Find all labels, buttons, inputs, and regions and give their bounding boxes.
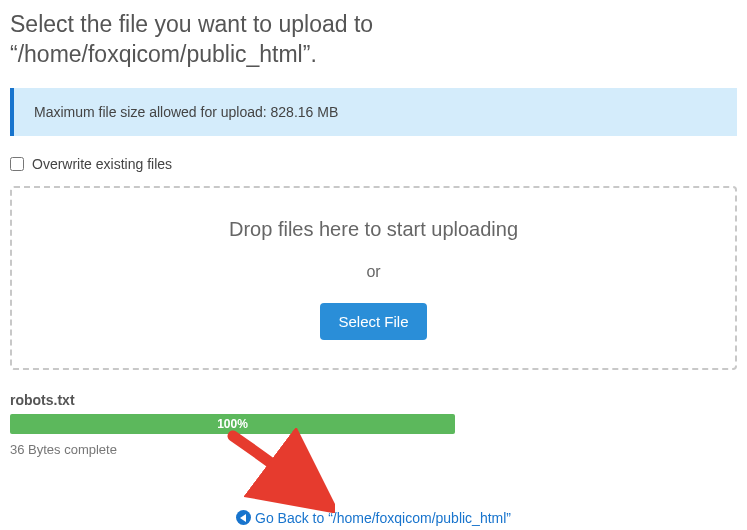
title-line-2: “/home/foxqicom/public_html”. xyxy=(10,41,317,67)
dropzone[interactable]: Drop files here to start uploading or Se… xyxy=(10,186,737,370)
arrow-left-circle-icon xyxy=(236,510,251,525)
dropzone-heading: Drop files here to start uploading xyxy=(32,218,715,241)
go-back-text: Go Back to “/home/foxqicom/public_html” xyxy=(255,510,511,526)
progress-fill: 100% xyxy=(10,414,455,434)
title-line-1: Select the file you want to upload to xyxy=(10,11,373,37)
footer: Go Back to “/home/foxqicom/public_html” xyxy=(10,509,737,526)
overwrite-checkbox-row[interactable]: Overwrite existing files xyxy=(10,156,737,172)
go-back-link[interactable]: Go Back to “/home/foxqicom/public_html” xyxy=(236,510,511,526)
uploaded-filename: robots.txt xyxy=(10,392,737,408)
upload-complete-text: 36 Bytes complete xyxy=(10,442,737,457)
progress-bar: 100% xyxy=(10,414,455,434)
overwrite-checkbox[interactable] xyxy=(10,157,24,171)
upload-status: robots.txt 100% 36 Bytes complete xyxy=(10,392,737,457)
overwrite-label: Overwrite existing files xyxy=(32,156,172,172)
select-file-button[interactable]: Select File xyxy=(320,303,426,340)
or-text: or xyxy=(32,263,715,281)
info-text: Maximum file size allowed for upload: 82… xyxy=(34,104,338,120)
page-title: Select the file you want to upload to “/… xyxy=(10,10,737,70)
max-filesize-info: Maximum file size allowed for upload: 82… xyxy=(10,88,737,136)
